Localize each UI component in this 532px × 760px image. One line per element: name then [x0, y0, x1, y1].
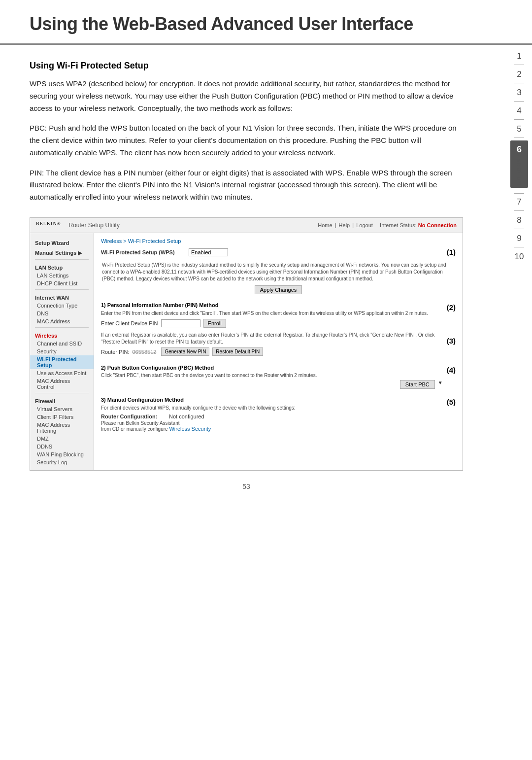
- section-num-5: 5: [506, 122, 532, 139]
- callout-5: (5): [447, 398, 456, 406]
- paragraph-2: PBC: Push and hold the WPS button locate…: [30, 122, 463, 159]
- router-ui-screenshot: BELKIN® Router Setup Utility Home | Help…: [30, 217, 463, 471]
- sidebar-mac-address[interactable]: MAC Address: [30, 317, 94, 325]
- setup-wizard-label[interactable]: Setup Wizard: [30, 237, 94, 247]
- internet-status-label: Internet Status:: [380, 222, 417, 228]
- router-sidebar: Setup Wizard Manual Settings ▶ LAN Setup…: [30, 233, 94, 470]
- restore-pin-btn[interactable]: Restore Default PIN: [212, 347, 263, 356]
- section-num-8: 8: [506, 213, 532, 231]
- method2-title: 2) Push Button Configuration (PBC) Metho…: [101, 365, 443, 371]
- sidebar-wps[interactable]: Wi-Fi Protected Setup: [30, 355, 94, 369]
- please-run: Please run Belkin Security Assistant: [101, 420, 180, 426]
- wps-description: Wi-Fi Protected Setup (WPS) is the indus…: [101, 262, 456, 282]
- section-num-10: 10: [506, 250, 532, 264]
- section-numbers: 1 2 3 4 5 6 section 7 8 9 10: [506, 0, 532, 760]
- sidebar-dmz[interactable]: DMZ: [30, 435, 94, 443]
- nav-logout[interactable]: Logout: [356, 222, 373, 228]
- method3-title: 3) Manual Configuration Method: [101, 397, 443, 403]
- section-num-9: 9: [506, 232, 532, 249]
- callout-3: (3): [447, 337, 456, 345]
- router-pin-value: 06558512: [132, 349, 156, 355]
- nav-home[interactable]: Home: [318, 222, 332, 228]
- pin-row: Enter Client Device PIN Enroll: [101, 319, 443, 328]
- pin-input[interactable]: [161, 319, 200, 327]
- wireless-security-link[interactable]: Wireless Security: [169, 426, 211, 432]
- manual-config-row: Router Configuration: Not configured: [101, 414, 443, 419]
- sidebar-mac-filtering[interactable]: MAC Address Filtering: [30, 421, 94, 435]
- paragraph-1: WPS uses WPA2 (described below) for encr…: [30, 78, 463, 114]
- method1-title: 1) Personal Information Number (PIN) Met…: [101, 302, 443, 308]
- sidebar-virtual-servers[interactable]: Virtual Servers: [30, 405, 94, 413]
- router-header: BELKIN® Router Setup Utility Home | Help…: [30, 218, 463, 234]
- section-num-2: 2: [506, 68, 532, 85]
- breadcrumb: Wireless > Wi-Fi Protected Setup: [101, 238, 456, 244]
- pin-label: Enter Client Device PIN: [101, 320, 158, 326]
- section-num-7: 7: [506, 192, 532, 212]
- method2-intro: If an external Registrar is available, y…: [101, 332, 443, 345]
- callout-2: (2): [447, 303, 456, 311]
- router-nav: Home | Help | Logout Internet Status: No…: [317, 222, 457, 228]
- sidebar-channel-ssid[interactable]: Channel and SSID: [30, 340, 94, 347]
- router-config-value: Not configured: [169, 414, 204, 419]
- manual-settings-label[interactable]: Manual Settings ▶: [30, 247, 94, 257]
- sidebar-lan-settings[interactable]: LAN Settings: [30, 272, 94, 279]
- callout-4: (4): [447, 366, 456, 374]
- internet-status-value: No Connection: [418, 222, 457, 228]
- router-title: Router Setup Utility: [69, 222, 309, 229]
- belkin-logo: BELKIN®: [36, 221, 61, 230]
- paragraph-3: PIN: The client device has a PIN number …: [30, 167, 463, 204]
- start-pbc-btn[interactable]: Start PBC: [400, 380, 435, 389]
- page-title: Using the Web-Based Advanced User Interf…: [30, 14, 502, 35]
- page-number: 53: [30, 483, 463, 500]
- method3-description: For client devices without WPS, manually…: [101, 405, 443, 412]
- method1-description: Enter the PIN from the client device and…: [101, 310, 443, 317]
- router-body: Setup Wizard Manual Settings ▶ LAN Setup…: [30, 233, 463, 470]
- router-config-label: Router Configuration:: [101, 414, 165, 419]
- nav-help[interactable]: Help: [339, 222, 350, 228]
- router-pin-label: Router PIN:: [101, 349, 129, 355]
- generate-pin-btn[interactable]: Generate New PIN: [161, 347, 209, 356]
- wps-status-input[interactable]: [189, 248, 228, 256]
- sidebar-connection-type[interactable]: Connection Type: [30, 302, 94, 310]
- apply-changes-btn[interactable]: Apply Changes: [255, 285, 302, 294]
- page-header: Using the Web-Based Advanced User Interf…: [0, 0, 532, 45]
- sidebar-wan-ping[interactable]: WAN Ping Blocking: [30, 450, 94, 458]
- wps-label: Wi-Fi Protected Setup (WPS): [101, 249, 185, 255]
- router-main-panel: Wireless > Wi-Fi Protected Setup Wi-Fi P…: [94, 233, 463, 470]
- sidebar-access-point[interactable]: Use as Access Point: [30, 369, 94, 377]
- pbc-description: Click "Start PBC", then start PBC on the…: [101, 373, 443, 378]
- sidebar-security-log[interactable]: Security Log: [30, 458, 94, 466]
- wireless-label: Wireless: [30, 330, 94, 340]
- sidebar-dhcp-client-list[interactable]: DHCP Client List: [30, 279, 94, 287]
- lan-setup-label: LAN Setup: [30, 262, 94, 272]
- sidebar-dns[interactable]: DNS: [30, 310, 94, 317]
- firewall-label: Firewall: [30, 395, 94, 405]
- enroll-btn[interactable]: Enroll: [203, 319, 226, 328]
- from-cd: from CD or manually configure: [101, 426, 168, 432]
- section-heading: Using Wi-Fi Protected Setup: [30, 61, 463, 71]
- section-num-6-active: 6 section: [510, 140, 528, 188]
- section-num-3: 3: [506, 86, 532, 103]
- internet-wan-label: Internet WAN: [30, 292, 94, 302]
- main-content: Using Wi-Fi Protected Setup WPS uses WPA…: [0, 45, 502, 520]
- sidebar-security[interactable]: Security: [30, 347, 94, 355]
- sidebar-mac-address-control[interactable]: MAC Address Control: [30, 377, 94, 391]
- section-num-1: 1: [506, 49, 532, 67]
- router-pin-row: Router PIN: 06558512 Generate New PIN Re…: [101, 347, 443, 356]
- sidebar-ddns[interactable]: DDNS: [30, 443, 94, 450]
- callout-1: (1): [447, 248, 456, 256]
- section-num-4: 4: [506, 104, 532, 121]
- sidebar-client-ip-filters[interactable]: Client IP Filters: [30, 413, 94, 421]
